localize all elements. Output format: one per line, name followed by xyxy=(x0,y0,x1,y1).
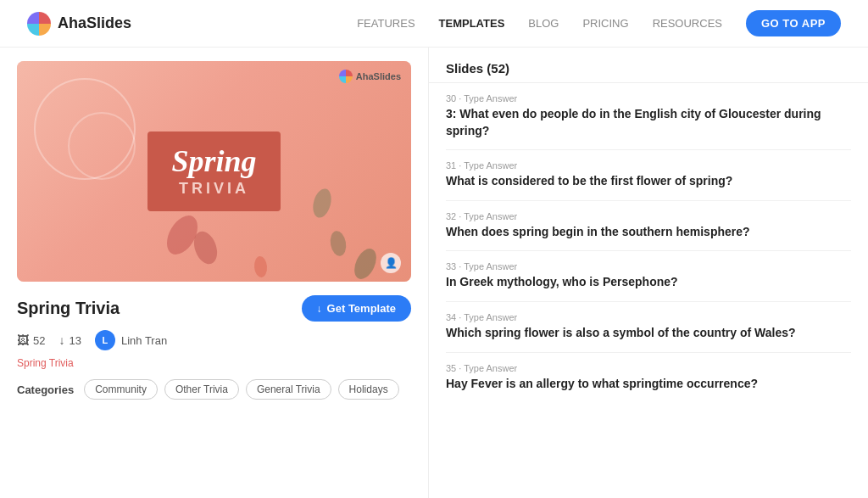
downloads-stat: ↓ 13 xyxy=(58,333,81,347)
slide-question: In Greek mythology, who is Persephone? xyxy=(446,274,851,291)
slide-type: 31 · Type Answer xyxy=(446,160,851,171)
category-general-trivia[interactable]: General Trivia xyxy=(246,379,331,400)
slide-item: 34 · Type AnswerWhich spring flower is a… xyxy=(446,302,851,353)
get-template-button[interactable]: ↓ Get Template xyxy=(302,295,411,322)
slide-question: Hay Fever is an allergy to what springti… xyxy=(446,376,851,393)
get-template-label: Get Template xyxy=(327,302,396,315)
thumb-watermark: AhaSlides xyxy=(339,70,401,83)
slides-header: Slides (52) xyxy=(429,48,868,83)
floral-circle-2 xyxy=(68,112,136,180)
slide-item: 31 · Type AnswerWhat is considered to be… xyxy=(446,150,851,201)
category-other-trivia[interactable]: Other Trivia xyxy=(164,379,239,400)
slides-icon: 🖼 xyxy=(17,333,29,347)
slide-type: 35 · Type Answer xyxy=(446,363,851,373)
slides-list-wrapper[interactable]: 30 · Type Answer3: What even do people d… xyxy=(429,83,868,498)
nav-resources[interactable]: RESOURCES xyxy=(653,17,722,30)
slide-item: 30 · Type Answer3: What even do people d… xyxy=(446,83,851,150)
nav-features[interactable]: FEATURES xyxy=(357,17,415,30)
thumb-background: Spring TRIVIA xyxy=(17,61,411,282)
slide-type: 30 · Type Answer xyxy=(446,93,851,104)
template-thumbnail: Spring TRIVIA AhaSlides 👤 xyxy=(17,61,411,282)
logo-icon xyxy=(27,12,51,36)
stats-row: 🖼 52 ↓ 13 L Linh Tran xyxy=(17,330,411,350)
author-info: L Linh Tran xyxy=(95,330,167,350)
go-to-app-button[interactable]: GO TO APP xyxy=(746,10,841,36)
watermark-logo-icon xyxy=(339,70,353,83)
category-community[interactable]: Community xyxy=(84,379,158,400)
petal-5 xyxy=(350,245,381,282)
downloads-count: 13 xyxy=(69,334,81,347)
right-panel: Slides (52) 30 · Type Answer3: What even… xyxy=(429,48,868,498)
petal-3 xyxy=(310,187,334,220)
slides-list: 30 · Type Answer3: What even do people d… xyxy=(429,83,868,402)
download-icon: ↓ xyxy=(317,303,322,315)
petal-4 xyxy=(329,230,348,258)
slide-item: 32 · Type AnswerWhen does spring begin i… xyxy=(446,201,851,252)
slides-count: 52 xyxy=(33,334,45,347)
watermark-text: AhaSlides xyxy=(356,71,401,81)
template-title: Spring Trivia xyxy=(17,299,120,318)
author-name: Linh Tran xyxy=(121,334,167,347)
categories-row: Categories Community Other Trivia Genera… xyxy=(17,379,411,400)
nav-templates[interactable]: TEMPLATES xyxy=(439,17,505,30)
slide-type: 32 · Type Answer xyxy=(446,211,851,221)
breadcrumb: Spring Trivia xyxy=(17,357,411,369)
main-content: Spring TRIVIA AhaSlides 👤 Spring Trivia … xyxy=(0,48,868,498)
nav-links: FEATURES TEMPLATES BLOG PRICING RESOURCE… xyxy=(357,10,841,36)
downloads-icon: ↓ xyxy=(58,333,64,347)
author-avatar: L xyxy=(95,330,115,350)
title-trivia: TRIVIA xyxy=(171,180,256,198)
template-title-row: Spring Trivia ↓ Get Template xyxy=(17,295,411,322)
petal-6 xyxy=(253,255,268,277)
slide-question: Which spring flower is also a symbol of … xyxy=(446,325,851,342)
title-box: Spring TRIVIA xyxy=(147,131,280,212)
slide-question: What is considered to be the first flowe… xyxy=(446,173,851,190)
logo-text: AhaSlides xyxy=(58,14,131,32)
left-panel: Spring TRIVIA AhaSlides 👤 Spring Trivia … xyxy=(0,48,429,498)
category-holidays[interactable]: Holidays xyxy=(338,379,399,400)
slide-item: 35 · Type AnswerHay Fever is an allergy … xyxy=(446,353,851,403)
title-spring: Spring xyxy=(171,145,256,179)
slide-item: 33 · Type AnswerIn Greek mythology, who … xyxy=(446,251,851,302)
slide-question: 3: What even do people do in the English… xyxy=(446,106,851,139)
categories-label: Categories xyxy=(17,383,74,396)
slide-type: 34 · Type Answer xyxy=(446,312,851,322)
nav-blog[interactable]: BLOG xyxy=(528,17,559,30)
slide-question: When does spring begin in the southern h… xyxy=(446,224,851,241)
slides-stat: 🖼 52 xyxy=(17,333,45,347)
slide-type: 33 · Type Answer xyxy=(446,261,851,271)
logo[interactable]: AhaSlides xyxy=(27,12,131,36)
thumb-avatar-icon: 👤 xyxy=(381,253,401,273)
navbar: AhaSlides FEATURES TEMPLATES BLOG PRICIN… xyxy=(0,0,868,48)
nav-pricing[interactable]: PRICING xyxy=(582,17,628,30)
